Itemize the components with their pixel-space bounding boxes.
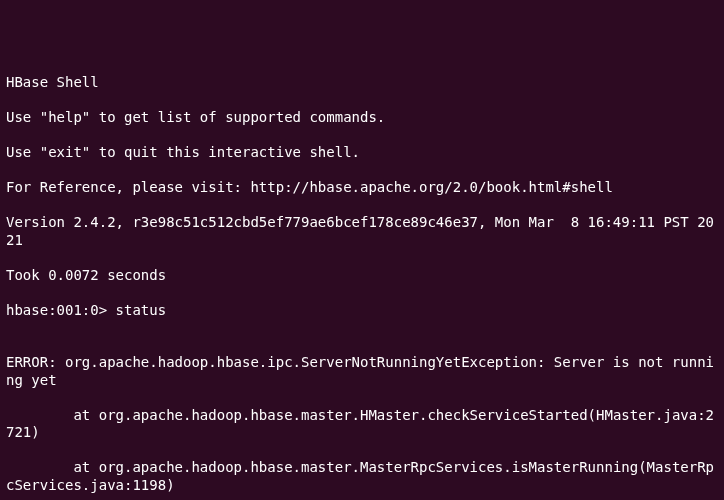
version-line: Version 2.4.2, r3e98c51c512cbd5ef779ae6b… (6, 214, 718, 249)
exit-line: Use "exit" to quit this interactive shel… (6, 144, 718, 162)
reference-line: For Reference, please visit: http://hbas… (6, 179, 718, 197)
stack-trace-line: at org.apache.hadoop.hbase.master.HMaste… (6, 407, 718, 442)
prompt-line-1[interactable]: hbase:001:0> status (6, 302, 718, 320)
took-line-init: Took 0.0072 seconds (6, 267, 718, 285)
shell-title: HBase Shell (6, 74, 718, 92)
error-head: ERROR: org.apache.hadoop.hbase.ipc.Serve… (6, 354, 718, 389)
prompt-1: hbase:001:0> (6, 302, 107, 318)
stack-trace-line: at org.apache.hadoop.hbase.master.Master… (6, 459, 718, 494)
command-1: status (107, 302, 166, 318)
help-line: Use "help" to get list of supported comm… (6, 109, 718, 127)
